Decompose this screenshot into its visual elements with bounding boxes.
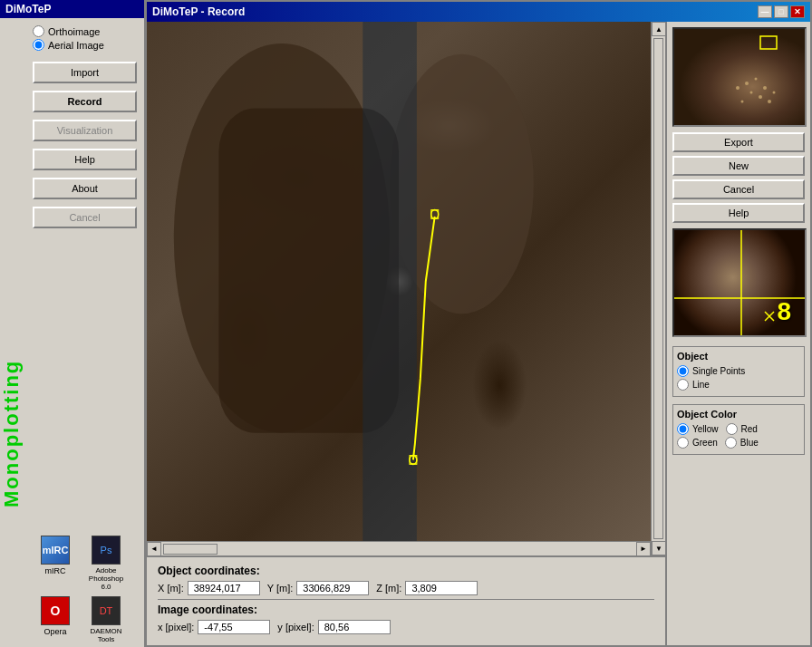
color-row-2: Green Blue — [677, 437, 800, 450]
window-body: ◄ ► ▲ ▼ Object coordinates: — [147, 22, 810, 645]
line-radio[interactable]: Line — [677, 379, 800, 391]
svg-point-13 — [759, 95, 762, 99]
aerial-image-radio[interactable]: Aerial Image — [33, 39, 137, 51]
coordinates-bar: Object coordinates: X [m]: 38924,017 Y [… — [147, 555, 665, 645]
right-cancel-button[interactable]: Cancel — [672, 179, 805, 199]
orthoimage-radio[interactable]: Orthoimage — [33, 25, 137, 37]
svg-point-17 — [736, 86, 740, 90]
image-coords-row: Image coordinates: — [158, 604, 654, 616]
cancel-button[interactable]: Cancel — [33, 207, 137, 228]
aerial-image-display — [147, 22, 651, 541]
scroll-down-button[interactable]: ▼ — [652, 541, 666, 555]
right-action-buttons: Export New Cancel Help — [672, 132, 805, 223]
color-row-1: Yellow Red — [677, 423, 800, 437]
svg-point-9 — [745, 82, 749, 85]
x-label: X [m]: — [158, 583, 184, 594]
new-button[interactable]: New — [672, 156, 805, 176]
object-coords-label: Object coordinates: — [158, 565, 303, 577]
window-titlebar: DiMoTeP - Record — □ ✕ — [147, 2, 810, 22]
py-coord: y [pixel]: 80,56 — [277, 620, 390, 634]
svg-point-11 — [763, 86, 767, 90]
detail-thumbnail: 8 — [672, 228, 807, 337]
yellow-radio[interactable]: Yellow — [677, 423, 719, 435]
y-value: 33066,829 — [296, 581, 369, 595]
taskbar-photoshop-label: Adobe Photoshop 6.0 — [83, 566, 129, 591]
taskbar-opera[interactable]: O Opera — [33, 596, 78, 643]
image-area: ◄ ► ▲ ▼ Object coordinates: — [147, 22, 665, 645]
green-label: Green — [692, 438, 718, 448]
svg-rect-8 — [760, 36, 777, 49]
record-button[interactable]: Record — [33, 91, 137, 112]
object-type-group: Object Single Points Line — [672, 346, 805, 397]
svg-point-0 — [174, 43, 390, 433]
h-scrollbar-thumb[interactable] — [163, 544, 218, 555]
yellow-label: Yellow — [692, 424, 719, 434]
svg-point-10 — [755, 78, 758, 81]
x-coord: X [m]: 38924,017 — [158, 581, 260, 595]
coords-separator — [158, 599, 654, 600]
taskbar: mIRC mIRC Ps Adobe Photoshop 6.0 O Opera… — [0, 532, 144, 647]
line-label: Line — [692, 380, 710, 390]
scroll-up-button[interactable]: ▲ — [652, 22, 666, 36]
overview-indicator — [674, 29, 805, 125]
object-color-group: Object Color Yellow Red Green — [672, 404, 805, 455]
about-button[interactable]: About — [33, 178, 137, 199]
px-label: x [pixel]: — [158, 622, 194, 633]
object-coords-row: Object coordinates: — [158, 565, 654, 577]
right-help-button[interactable]: Help — [672, 203, 805, 223]
scroll-left-button[interactable]: ◄ — [147, 542, 161, 556]
svg-rect-3 — [362, 22, 417, 541]
svg-rect-7 — [410, 456, 417, 465]
scroll-right-button[interactable]: ► — [636, 542, 651, 556]
taskbar-daemon[interactable]: DT DAEMON Tools — [83, 596, 129, 643]
svg-point-1 — [390, 54, 534, 314]
image-viewport: ◄ ► ▲ ▼ — [147, 22, 665, 555]
annotation-overlay — [147, 22, 651, 541]
z-coord: Z [m]: 3,809 — [376, 581, 478, 595]
sidebar-title: DiMoTeP — [0, 0, 144, 18]
red-label: Red — [741, 424, 758, 434]
z-value: 3,809 — [405, 581, 478, 595]
svg-rect-6 — [431, 210, 439, 219]
svg-point-5 — [410, 456, 417, 465]
object-coords-values: X [m]: 38924,017 Y [m]: 33066,829 Z [m]:… — [158, 581, 654, 595]
vertical-scrollbar: ▲ ▼ — [651, 22, 665, 555]
blue-radio[interactable]: Blue — [725, 437, 759, 449]
px-value: -47,55 — [198, 620, 270, 634]
main-window: DiMoTeP - Record — □ ✕ — [145, 0, 812, 647]
svg-point-14 — [741, 101, 744, 103]
taskbar-mirc[interactable]: mIRC mIRC — [33, 536, 78, 591]
v-scrollbar-thumb[interactable] — [653, 38, 663, 539]
minimize-button[interactable]: — — [758, 5, 772, 18]
svg-rect-2 — [218, 109, 399, 433]
py-value: 80,56 — [318, 620, 391, 634]
export-button[interactable]: Export — [672, 132, 805, 152]
image-scroll-area: ◄ ► — [147, 22, 651, 555]
import-button[interactable]: Import — [33, 62, 137, 83]
object-color-title: Object Color — [677, 409, 800, 420]
titlebar-buttons: — □ ✕ — [758, 5, 805, 18]
sidebar: DiMoTeP Monoplotting Orthoimage Aerial I… — [0, 0, 145, 647]
py-label: y [pixel]: — [277, 622, 314, 633]
maximize-button[interactable]: □ — [774, 5, 788, 18]
green-radio[interactable]: Green — [677, 437, 718, 449]
visualization-button[interactable]: Visualization — [33, 120, 137, 141]
svg-point-4 — [431, 210, 439, 219]
close-button[interactable]: ✕ — [790, 5, 805, 18]
window-title: DiMoTeP - Record — [152, 5, 245, 18]
image-coords-values: x [pixel]: -47,55 y [pixel]: 80,56 — [158, 620, 654, 634]
image-container[interactable] — [147, 22, 651, 541]
y-label: Y [m]: — [267, 583, 294, 594]
red-radio[interactable]: Red — [726, 423, 758, 435]
taskbar-photoshop[interactable]: Ps Adobe Photoshop 6.0 — [83, 536, 129, 591]
horizontal-scrollbar: ◄ ► — [147, 541, 651, 555]
x-value: 38924,017 — [188, 581, 260, 595]
single-points-label: Single Points — [692, 366, 745, 376]
taskbar-mirc-label: mIRC — [45, 566, 66, 575]
help-button[interactable]: Help — [33, 149, 137, 170]
px-coord: x [pixel]: -47,55 — [158, 620, 270, 634]
image-coords-label: Image coordinates: — [158, 604, 303, 616]
y-coord: Y [m]: 33066,829 — [267, 581, 370, 595]
right-panel: Export New Cancel Help 8 — [665, 22, 810, 645]
single-points-radio[interactable]: Single Points — [677, 365, 800, 377]
